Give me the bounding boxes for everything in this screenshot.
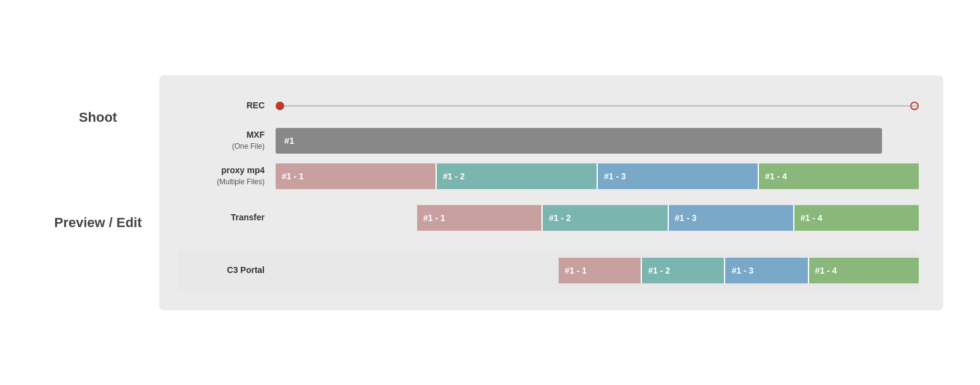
proxy-bar-1: #1 - 1	[276, 163, 437, 189]
transfer-bar-1: #1 - 1	[417, 205, 543, 231]
shoot-block: Shoot	[79, 94, 117, 125]
proxy-bars: #1 - 1 #1 - 2 #1 - 3 #1 - 4	[276, 163, 919, 189]
diagram-area: REC MXF (One File) #1 proxy	[159, 75, 943, 310]
c3-bar-4: #1 - 4	[809, 258, 919, 283]
c3-bars: #1 - 1 #1 - 2 #1 - 3 #1 - 4	[559, 258, 919, 283]
proxy-row: proxy mp4 (Multiple Files) #1 - 1 #1 - 2…	[178, 161, 919, 192]
transfer-bar-3: #1 - 3	[669, 205, 794, 231]
left-icons: Shoot Preview / Edit	[37, 75, 159, 231]
preview-block: Preview / Edit	[54, 199, 141, 231]
main-container: Shoot Preview / Edit REC	[37, 63, 943, 323]
transfer-label: Transfer	[178, 212, 276, 223]
mxf-label: MXF (One File)	[178, 129, 276, 152]
preview-label: Preview / Edit	[54, 215, 141, 231]
c3-bar-2: #1 - 2	[642, 258, 725, 283]
proxy-bar-4: #1 - 4	[759, 163, 919, 189]
proxy-bar-3: #1 - 3	[598, 163, 759, 189]
c3-section: C3 Portal #1 - 1 #1 - 2 #1 - 3 #1	[178, 249, 919, 292]
rec-content	[276, 105, 919, 107]
transfer-bar-2: #1 - 2	[543, 205, 668, 231]
rec-row: REC	[178, 94, 919, 118]
shoot-label: Shoot	[79, 110, 117, 125]
mxf-row: MXF (One File) #1	[178, 125, 919, 156]
c3-row: C3 Portal #1 - 1 #1 - 2 #1 - 3 #1	[178, 255, 919, 286]
c3-content: #1 - 1 #1 - 2 #1 - 3 #1 - 4	[276, 258, 919, 283]
proxy-label: proxy mp4 (Multiple Files)	[178, 165, 276, 187]
transfer-content: #1 - 1 #1 - 2 #1 - 3 #1 - 4	[276, 205, 919, 231]
spacer-2	[178, 233, 919, 244]
c3-bar-3: #1 - 3	[725, 258, 809, 283]
mxf-content: #1	[276, 128, 919, 154]
transfer-bar-4: #1 - 4	[794, 205, 919, 231]
c3-bar-1: #1 - 1	[559, 258, 642, 283]
proxy-bar-2: #1 - 2	[437, 163, 598, 189]
mxf-bar: #1	[276, 128, 882, 154]
spacer-1	[178, 192, 919, 203]
rec-line	[276, 105, 919, 107]
rec-dot-start	[276, 102, 284, 110]
c3-label: C3 Portal	[178, 264, 276, 275]
proxy-content: #1 - 1 #1 - 2 #1 - 3 #1 - 4	[276, 163, 919, 189]
transfer-bars: #1 - 1 #1 - 2 #1 - 3 #1 - 4	[417, 205, 919, 231]
rec-dot-end	[910, 102, 919, 110]
transfer-row: Transfer #1 - 1 #1 - 2 #1 - 3 #1 - 4	[178, 203, 919, 233]
rec-label: REC	[178, 100, 276, 111]
